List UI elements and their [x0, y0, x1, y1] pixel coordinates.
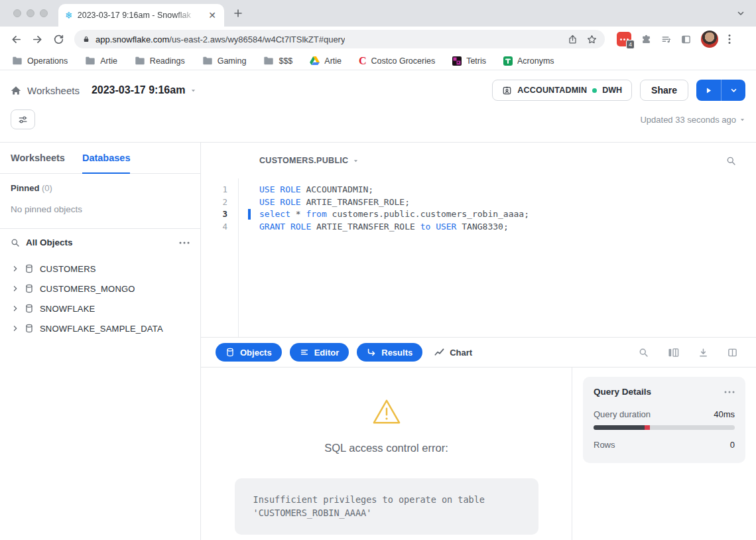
download-icon[interactable] [698, 348, 708, 358]
query-details-more-icon[interactable] [724, 391, 735, 393]
bookmarks-bar: OperationsArtieReadingsGaming$$$ArtieCCo… [0, 52, 756, 70]
sql-editor[interactable]: 1234 USE ROLE ACCOUNTADMIN;USE ROLE ARTI… [201, 178, 756, 337]
share-page-icon[interactable] [568, 34, 578, 44]
tab-results[interactable]: Results [357, 343, 422, 362]
home-icon[interactable] [11, 86, 21, 96]
chevron-down-icon [353, 158, 359, 164]
worksheet-settings-button[interactable] [11, 109, 35, 129]
bookmark-label: Artie [100, 56, 117, 66]
duration-value: 40ms [714, 409, 735, 419]
tree-item[interactable]: SNOWFLAKE_SAMPLE_DATA [0, 318, 200, 338]
database-icon [25, 304, 34, 313]
tab-editor[interactable]: Editor [290, 343, 349, 362]
browser-tabstrip: ❄ 2023-03-17 9:16am - Snowflak ✕ [0, 0, 756, 27]
tetris-icon [452, 56, 462, 66]
schema-context-selector[interactable]: CUSTOMERS.PUBLIC [259, 156, 359, 165]
lock-icon[interactable] [82, 35, 90, 43]
columns-icon[interactable] [668, 348, 679, 358]
bookmark-item[interactable]: Readings [135, 56, 185, 66]
role-badge-icon [502, 86, 512, 96]
side-panel-icon[interactable] [681, 34, 691, 44]
chevron-right-icon[interactable] [12, 325, 19, 332]
sql-code[interactable]: USE ROLE ACCOUNTADMIN;USE ROLE ARTIE_TRA… [239, 178, 529, 337]
code-line: GRANT ROLE ARTIE_TRANSFER_ROLE to USER T… [259, 221, 529, 234]
tab-search-chevron-icon[interactable] [736, 9, 745, 18]
updated-status[interactable]: Updated 33 seconds ago [640, 115, 745, 125]
url-domain: app.snowflake.com [95, 34, 169, 44]
chevron-right-icon[interactable] [12, 305, 19, 312]
bookmark-label: Readings [150, 56, 185, 66]
results-arrow-icon [367, 348, 376, 357]
database-icon [25, 264, 34, 273]
run-button[interactable] [696, 80, 721, 101]
drive-icon [310, 56, 320, 65]
results-search-icon[interactable] [639, 348, 649, 358]
worksheet-title[interactable]: 2023-03-17 9:16am [92, 84, 196, 96]
zoom-window-button[interactable] [40, 9, 48, 17]
sidebar-tab-worksheets[interactable]: Worksheets [11, 143, 65, 174]
url-text: app.snowflake.com/us-east-2.aws/wy86584/… [95, 34, 345, 44]
forward-icon[interactable] [28, 30, 46, 48]
browser-tab[interactable]: ❄ 2023-03-17 9:16am - Snowflak ✕ [58, 4, 224, 27]
duration-label: Query duration [594, 409, 651, 419]
tree-item[interactable]: SNOWFLAKE [0, 299, 200, 318]
tab-close-icon[interactable]: ✕ [207, 10, 218, 21]
chevron-right-icon[interactable] [12, 265, 19, 272]
url-bar[interactable]: app.snowflake.com/us-east-2.aws/wy86584/… [74, 30, 605, 48]
rows-label: Rows [594, 440, 615, 450]
objects-more-icon[interactable] [179, 241, 190, 244]
back-icon[interactable] [7, 30, 25, 48]
snowflake-favicon-icon: ❄ [65, 11, 73, 20]
tree-item-label: SNOWFLAKE_SAMPLE_DATA [40, 324, 163, 334]
chevron-right-icon[interactable] [12, 285, 19, 292]
close-window-button[interactable] [13, 9, 21, 17]
tree-item[interactable]: CUSTOMERS_MONGO [0, 279, 200, 299]
bookmark-label: Artie [324, 56, 342, 66]
editor-search-icon[interactable] [726, 156, 736, 166]
results-tabbar: ObjectsEditorResultsChart [201, 337, 756, 368]
bookmark-item[interactable]: Artie [85, 56, 117, 66]
current-warehouse: DWH [602, 86, 622, 95]
browser-menu-icon[interactable] [728, 34, 731, 44]
bookmark-item[interactable]: $$$ [263, 56, 292, 66]
query-details-title: Query Details [594, 387, 651, 397]
pinned-section-label: Pinned (0) [11, 183, 190, 193]
refresh-icon[interactable] [49, 30, 68, 48]
line-number: 3 [201, 208, 238, 221]
split-view-icon[interactable] [727, 348, 737, 358]
warehouse-status-dot [592, 88, 597, 93]
tab-objects[interactable]: Objects [216, 343, 282, 362]
editor-lines-icon [300, 348, 309, 357]
profile-avatar[interactable] [701, 31, 718, 48]
extension-badge: 4 [626, 40, 635, 49]
tab-chart[interactable]: Chart [430, 343, 476, 362]
new-tab-button[interactable] [233, 9, 243, 18]
bookmark-item[interactable]: CCostco Groceries [359, 56, 435, 66]
run-options-button[interactable] [721, 80, 745, 101]
bookmark-item[interactable]: Artie [310, 56, 342, 66]
minimize-window-button[interactable] [27, 9, 34, 17]
line-number: 1 [201, 184, 238, 196]
acronyms-icon [503, 56, 513, 66]
objects-filter-label[interactable]: All Objects [26, 237, 73, 247]
sidebar-tabs: WorksheetsDatabases [0, 143, 200, 174]
breadcrumb[interactable]: Worksheets [27, 85, 80, 96]
sidebar-tab-databases[interactable]: Databases [82, 143, 131, 174]
bookmark-item[interactable]: Tetris [452, 56, 486, 66]
tree-item[interactable]: CUSTOMERS [0, 259, 200, 279]
bookmark-star-icon[interactable] [587, 34, 597, 44]
share-button[interactable]: Share [640, 80, 688, 101]
error-message: Insufficient privileges to operate on ta… [235, 478, 538, 535]
bookmark-item[interactable]: Acronyms [503, 56, 554, 66]
folder-icon [85, 56, 95, 65]
bookmark-item[interactable]: Operations [12, 56, 68, 66]
pinned-empty-text: No pinned objects [11, 204, 190, 214]
chevron-down-icon [190, 88, 196, 94]
media-playlist-icon[interactable] [661, 34, 671, 44]
error-display: SQL access control error: Insufficient p… [201, 368, 572, 540]
extensions-puzzle-icon[interactable] [641, 34, 651, 44]
password-extension-icon[interactable]: 4 [617, 32, 631, 46]
context-selector[interactable]: ACCOUNTADMIN DWH [492, 80, 632, 101]
search-icon[interactable] [11, 238, 20, 247]
bookmark-item[interactable]: Gaming [202, 56, 247, 66]
